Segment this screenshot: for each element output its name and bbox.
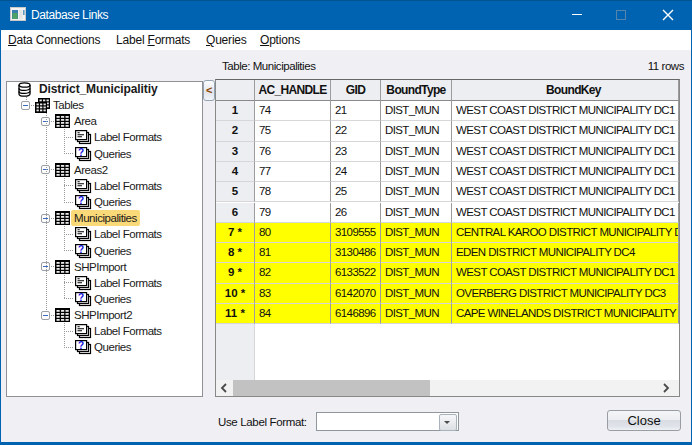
- svg-text:?: ?: [78, 292, 84, 303]
- svg-text:?: ?: [78, 147, 84, 158]
- svg-text:?: ?: [78, 195, 84, 206]
- svg-text:?: ?: [78, 340, 84, 351]
- svg-text:?: ?: [78, 244, 84, 255]
